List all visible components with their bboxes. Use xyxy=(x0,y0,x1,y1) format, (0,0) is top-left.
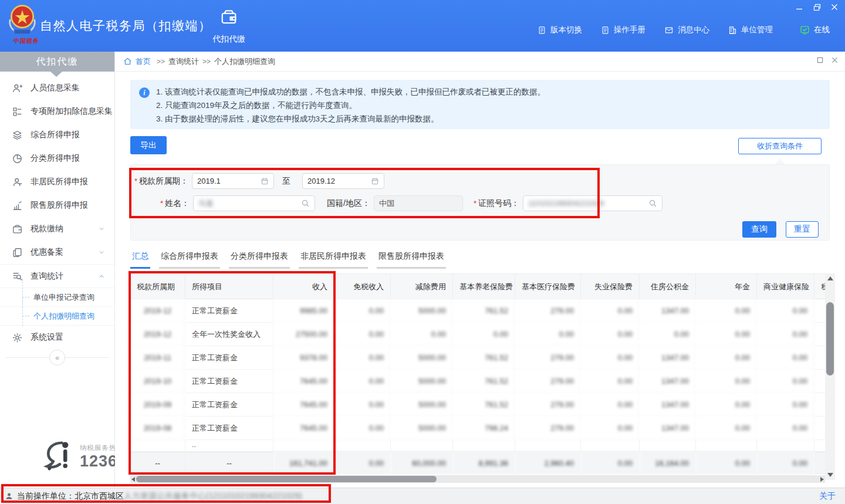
table-cell: 0.00 xyxy=(334,346,391,370)
sidebar-item-comprehensive-income[interactable]: 综合所得申报 xyxy=(0,123,114,147)
collapse-query-conditions-button[interactable]: 收折查询条件 xyxy=(738,138,822,154)
sidebar-item-classified-income[interactable]: 分类所得申报 xyxy=(0,147,114,170)
sidebar-item-query-statistics[interactable]: 查询统计 xyxy=(0,264,114,287)
online-status[interactable]: 在线 xyxy=(800,25,830,35)
menu-message-center[interactable]: 消息中心 xyxy=(664,25,709,35)
table-cell xyxy=(334,440,391,452)
panel-maximize-icon[interactable] xyxy=(817,57,823,63)
sidebar-item-system-settings[interactable]: 系统设置 xyxy=(0,326,114,349)
breadcrumb-item-current: 个人扣缴明细查询 xyxy=(214,56,275,67)
search-icon[interactable] xyxy=(301,199,310,208)
column-header: 税款所属期 xyxy=(130,273,185,299)
sidebar-item-personnel-info[interactable]: 人员信息采集 xyxy=(0,76,114,100)
table-cell: 0.00 xyxy=(581,393,640,417)
scroll-down-arrow-icon[interactable] xyxy=(827,473,833,477)
column-header: 商业健康保险 xyxy=(757,273,814,299)
table-cell: 9985.00 xyxy=(273,299,334,323)
table-cell: 0.00 xyxy=(581,346,640,370)
table-cell: 161,741.00 xyxy=(273,452,334,474)
query-button[interactable]: 查询 xyxy=(742,221,776,238)
restore-button[interactable] xyxy=(812,2,822,12)
panel-close-icon[interactable] xyxy=(832,57,838,63)
table-row: 2019-09正常工资薪金7645.000.005000.00761.52279… xyxy=(130,393,825,417)
table-cell: 761.52 xyxy=(453,299,515,323)
table-cell: 1347.00 xyxy=(640,370,696,393)
table-cell: 2019-08 xyxy=(130,417,185,440)
table-cell xyxy=(453,440,515,452)
sidebar-item-preference-filing[interactable]: 优惠备案 xyxy=(0,241,114,264)
menu-label: 消息中心 xyxy=(678,25,709,35)
nav-label: 代扣代缴 xyxy=(212,34,245,45)
table-cell: 2,960.40 xyxy=(515,452,581,474)
period-to-label: 至 xyxy=(282,176,290,187)
table-cell: 5000.00 xyxy=(391,299,453,323)
menu-label: 单位管理 xyxy=(741,25,773,35)
table-cell: 1347.00 xyxy=(640,417,696,440)
sidebar-item-restricted-stock[interactable]: 限售股所得申报 xyxy=(0,194,114,217)
menu-manual[interactable]: 操作手册 xyxy=(601,25,645,35)
envelope-icon xyxy=(664,26,674,35)
sidebar-item-special-deduction[interactable]: 专项附加扣除信息采集 xyxy=(0,100,114,123)
scroll-up-arrow-icon[interactable] xyxy=(827,276,833,280)
id-number-input[interactable]: 110102199304221029 xyxy=(523,195,663,211)
scroll-left-arrow-icon[interactable] xyxy=(131,477,135,482)
calendar-icon[interactable] xyxy=(261,177,269,185)
notice-line: 2. 只能查询2019年及之后的数据，不能进行跨年度查询。 xyxy=(156,99,830,112)
sidebar-item-label: 税款缴纳 xyxy=(31,224,63,234)
table-cell: 0.00 xyxy=(757,370,814,393)
table-cell: 1347.00 xyxy=(640,346,696,370)
close-button[interactable] xyxy=(830,2,839,12)
nationality-input: 中国 xyxy=(374,195,463,211)
export-button[interactable]: 导出 xyxy=(130,136,167,154)
tab-restricted-stock[interactable]: 限售股所得申报表 xyxy=(377,251,446,269)
table-cell: 0.00 xyxy=(757,299,814,323)
sidebar-subitem-personal-withholding-query[interactable]: 个人扣缴明细查询 xyxy=(0,306,114,325)
period-to-value: 2019.12 xyxy=(307,177,371,185)
online-label: 在线 xyxy=(814,25,830,35)
tab-comprehensive-income[interactable]: 综合所得申报表 xyxy=(159,251,220,269)
table-cell: 0.00 xyxy=(696,323,757,346)
table-cell: 7645.00 xyxy=(273,393,334,417)
table-cell: 7645.00 xyxy=(273,417,334,440)
collapse-caret xyxy=(775,158,785,164)
menu-unit-management[interactable]: 单位管理 xyxy=(728,25,773,35)
period-to-input[interactable]: 2019.12 xyxy=(302,173,384,189)
sidebar-collapse-button[interactable]: « xyxy=(49,350,65,366)
calendar-icon[interactable] xyxy=(371,177,379,185)
current-operating-unit: 当前操作单位：北京市西城区 xyxy=(17,491,124,502)
table-cell: 0.00 xyxy=(696,393,757,417)
chevron-down-icon xyxy=(98,225,105,232)
sidebar-item-nonresident-income[interactable]: 非居民所得申报 xyxy=(0,170,114,194)
period-from-input[interactable]: 2019.1 xyxy=(192,173,274,189)
horizontal-scrollbar-thumb[interactable] xyxy=(136,476,437,482)
top-menu: 版本切换 操作手册 消息中心 单位管理 在线 xyxy=(538,25,830,35)
reset-button[interactable]: 重置 xyxy=(786,221,819,238)
tab-summary[interactable]: 汇总 xyxy=(130,251,150,269)
table-cell: 0.00 xyxy=(757,346,814,370)
name-input[interactable]: 马某 xyxy=(193,195,315,211)
person-add-icon xyxy=(12,83,23,94)
panel-controls xyxy=(817,57,838,63)
tab-nonresident-income[interactable]: 非居民所得申报表 xyxy=(299,251,368,269)
vertical-scrollbar[interactable] xyxy=(825,273,835,480)
minimize-button[interactable] xyxy=(795,2,804,12)
sidebar-item-tax-payment[interactable]: 税款缴纳 xyxy=(0,217,114,241)
vertical-scrollbar-thumb[interactable] xyxy=(826,302,834,376)
menu-version-switch[interactable]: 版本切换 xyxy=(538,25,582,35)
column-header: 基本养老保险费 xyxy=(453,273,515,299)
table-cell: 0.00 xyxy=(696,299,757,323)
about-link[interactable]: 关于 xyxy=(819,491,836,502)
breadcrumb-home[interactable]: 首页 xyxy=(136,56,151,67)
nav-daikou-daijiao[interactable]: 代扣代缴 xyxy=(202,8,255,45)
sidebar-item-label: 优惠备案 xyxy=(31,247,63,258)
search-icon[interactable] xyxy=(648,199,657,208)
horizontal-scrollbar[interactable] xyxy=(130,475,825,483)
sidebar-subitem-unit-declaration-query[interactable]: 单位申报记录查询 xyxy=(0,287,114,306)
user-icon xyxy=(5,492,13,500)
scroll-right-arrow-icon[interactable] xyxy=(820,477,824,482)
docs-icon xyxy=(12,247,23,258)
table-cell: 27500.00 xyxy=(273,323,334,346)
tab-classified-income[interactable]: 分类所得申报表 xyxy=(229,251,290,269)
table-cell: 5000.00 xyxy=(391,346,453,370)
table-cell: 761.52 xyxy=(453,393,515,417)
